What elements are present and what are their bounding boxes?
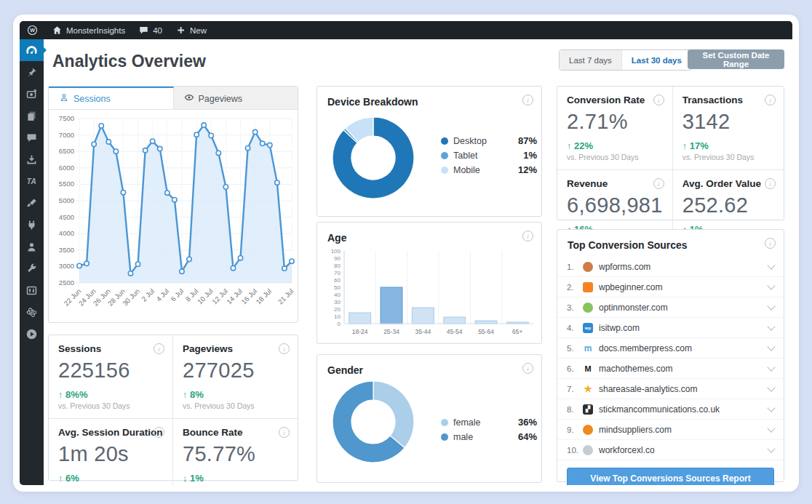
source-row-machothemes.com[interactable]: 6.Mmachothemes.com: [557, 359, 784, 379]
comments-icon: [25, 132, 38, 144]
info-icon[interactable]: [279, 343, 290, 354]
source-rank: 1.: [567, 263, 583, 271]
sidebar-item-user[interactable]: [20, 236, 44, 257]
info-icon[interactable]: [522, 363, 533, 374]
legend-value: 64%: [518, 431, 537, 442]
stat-value: 6,698,981: [567, 193, 663, 217]
stat-caption: vs. Previous 30 Days: [682, 153, 774, 161]
set-custom-date-range-button[interactable]: Set Custom Date Range: [688, 49, 784, 69]
stat-value: 75.77%: [183, 442, 288, 466]
favicon-mindsuppliers.com: [583, 425, 593, 435]
date-range-toggle: Last 7 days Last 30 days: [559, 49, 692, 71]
svg-text:20: 20: [334, 306, 341, 313]
favicon-docs.memberpress.com: m: [583, 343, 593, 353]
pin-icon: [25, 66, 38, 79]
sidebar-item-play[interactable]: [20, 323, 44, 345]
wp-admin-bar: W MonsterInsights 40 New: [20, 21, 792, 39]
source-row-wpbeginner.com[interactable]: 2.wpbeginner.com: [557, 277, 784, 297]
age-bar-chart: 010203040506070809010018-2425-3435-4445-…: [322, 245, 538, 341]
info-icon[interactable]: [765, 238, 776, 249]
device-breakdown-title: Device Breakdown: [317, 87, 541, 112]
sidebar-item-settings[interactable]: [20, 279, 44, 301]
sidebar-item-comments[interactable]: [20, 127, 44, 148]
info-icon[interactable]: [154, 427, 164, 438]
chevron-down-icon[interactable]: [767, 444, 775, 452]
stat-delta: ↑ 8%%: [58, 389, 163, 400]
sidebar-item-pages[interactable]: [20, 105, 44, 127]
view-top-conversions-report-button[interactable]: View Top Conversions Sources Report: [567, 468, 774, 485]
new-menu-item[interactable]: New: [169, 21, 213, 39]
up-arrow-icon: ↑: [682, 140, 688, 151]
chevron-down-icon[interactable]: [767, 424, 775, 432]
source-domain: workforcexl.co: [599, 445, 768, 455]
chevron-down-icon[interactable]: [767, 322, 775, 330]
chevron-down-icon[interactable]: [767, 404, 775, 412]
favicon-stickmancommunications.co.uk: ▞: [583, 404, 593, 415]
source-row-wpforms.com[interactable]: 1.wpforms.com: [557, 257, 784, 277]
source-rank: 3.: [567, 303, 583, 312]
source-row-mindsuppliers.com[interactable]: 9.mindsuppliers.com: [557, 420, 784, 440]
sidebar-item-media[interactable]: [20, 83, 44, 105]
sidebar-item-atom[interactable]: [20, 301, 44, 323]
last-7-days-button[interactable]: Last 7 days: [560, 50, 621, 70]
sidebar-item-dashboard[interactable]: [20, 39, 44, 61]
info-icon[interactable]: [522, 231, 533, 241]
svg-text:18 Jul: 18 Jul: [254, 287, 273, 306]
wordpress-logo-icon[interactable]: W: [20, 21, 45, 39]
up-arrow-icon: ↑: [58, 389, 63, 400]
source-domain: mindsuppliers.com: [599, 425, 768, 435]
gender-donut-chart: [326, 375, 421, 469]
chevron-down-icon[interactable]: [767, 281, 775, 289]
info-icon[interactable]: [653, 95, 664, 105]
chevron-down-icon[interactable]: [767, 261, 775, 269]
svg-text:65+: 65+: [512, 328, 522, 335]
tab-sessions[interactable]: Sessions: [49, 87, 174, 109]
source-row-stickmancommunications.co.uk[interactable]: 8.▞stickmancommunications.co.uk: [557, 399, 784, 420]
source-row-optinmonster.com[interactable]: 3.optinmonster.com: [557, 297, 784, 318]
source-domain: optinmonster.com: [599, 303, 768, 313]
sidebar-item-download[interactable]: [20, 148, 44, 170]
info-icon[interactable]: [765, 178, 776, 189]
chevron-down-icon[interactable]: [767, 363, 775, 371]
tab-pageviews-label: Pageviews: [199, 94, 242, 104]
chevron-down-icon[interactable]: [767, 302, 775, 310]
comment-bubble-icon: [138, 25, 149, 36]
svg-text:45-54: 45-54: [447, 328, 463, 335]
source-row-docs.memberpress.com[interactable]: 5.mdocs.memberpress.com: [557, 338, 784, 359]
sidebar-item-pin[interactable]: [20, 61, 44, 83]
stat-value: 3142: [682, 110, 774, 134]
info-icon[interactable]: [154, 343, 164, 354]
last-30-days-button[interactable]: Last 30 days: [621, 50, 691, 70]
chevron-down-icon[interactable]: [767, 383, 775, 391]
info-icon[interactable]: [522, 95, 533, 105]
source-domain: isitwp.com: [599, 323, 768, 333]
tab-pageviews[interactable]: Pageviews: [174, 87, 298, 109]
brush-icon: [25, 197, 38, 209]
site-menu-item[interactable]: MonsterInsights: [45, 21, 132, 39]
source-rank: 7.: [567, 385, 583, 393]
sidebar-item-ta[interactable]: TA: [20, 170, 44, 192]
stat-card-bounce-rate: Bounce Rate75.77%↓ 1%vs. Previous 30 Day…: [173, 419, 298, 485]
svg-text:70: 70: [334, 270, 341, 276]
chevron-down-icon[interactable]: [767, 343, 775, 351]
info-icon[interactable]: [765, 95, 776, 105]
legend-value: 36%: [518, 417, 537, 428]
dashboard-icon: [25, 44, 38, 57]
source-row-isitwp.com[interactable]: 4.wpisitwp.com: [557, 318, 784, 338]
sidebar-item-plug[interactable]: [20, 214, 44, 236]
source-row-workforcexl.co[interactable]: 10.workforcexl.co: [557, 440, 784, 460]
favicon-optinmonster.com: [583, 303, 593, 313]
svg-text:4500: 4500: [59, 213, 74, 221]
svg-text:16 Jul: 16 Jul: [239, 287, 258, 306]
info-icon[interactable]: [653, 178, 664, 189]
source-domain: wpforms.com: [599, 262, 768, 272]
svg-text:12 Jul: 12 Jul: [210, 287, 229, 306]
sidebar-item-brush[interactable]: [20, 192, 44, 214]
source-row-shareasale-analytics.com[interactable]: 7.★shareasale-analytics.com: [557, 379, 784, 399]
sessions-line-chart[interactable]: 2500300035004000450050005500600065007000…: [49, 110, 298, 322]
comments-menu-item[interactable]: 40: [132, 21, 169, 39]
legend-value: 1%: [523, 150, 537, 161]
device-legend: Desktop87%Tablet1%Mobile12%: [441, 132, 537, 179]
sidebar-item-wrench[interactable]: [20, 257, 44, 279]
info-icon[interactable]: [279, 427, 290, 438]
